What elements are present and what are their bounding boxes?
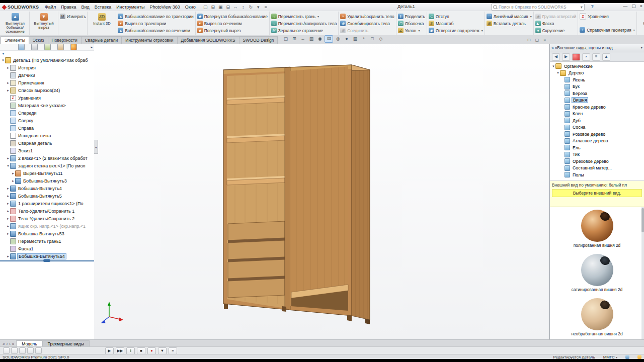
rollback-bar[interactable] [0,260,94,261]
ribbon-combine-bodies[interactable]: ⊕Скомбинировать тела [340,20,394,27]
expand-icon[interactable]: ▸ [6,88,10,93]
zoom-fit-icon[interactable]: ▢ [282,36,289,42]
feature-tree-item[interactable]: Сварная деталь [0,139,94,147]
cabinet-front[interactable] [223,65,352,316]
feature-tree-item[interactable]: ▸Бобышка-Вытянуть4 [0,185,94,192]
feature-tree-item[interactable]: Материал <не указан> [0,102,94,109]
ribbon-split[interactable]: ‖Разделить [398,13,425,20]
doc-minimize-button[interactable]: ⊟ [527,38,531,42]
tab-Элементы[interactable]: Элементы [1,36,29,44]
tab-Добавления SOLIDWORKS[interactable]: Добавления SOLIDWORKS [177,36,239,44]
graphics-area[interactable] [94,44,550,339]
view-settings-icon[interactable]: * [360,36,367,42]
appearance-item[interactable]: Дуб [550,117,644,124]
expand-icon[interactable]: ▸ [6,81,10,85]
dropdown-icon[interactable]: ▾ [530,15,532,18]
ribbon-swept-cut[interactable]: ▼Вырез по траектории [118,20,193,27]
apply-scene-icon[interactable]: ▧ [351,36,359,42]
new-document-icon[interactable]: ▢ [202,5,209,10]
appearance-item[interactable]: Полы [550,171,644,178]
appearance-thumbnail[interactable]: необработанная вишня 2d [550,298,644,339]
expand-icon[interactable]: ▾ [551,64,555,68]
expand-icon[interactable]: ▸ [6,202,10,206]
feature-tree-item[interactable]: ΣУравнения [0,94,94,102]
feature-tree-item[interactable]: ▾Деталь1 (По умолчанию<Как обраб [0,56,94,64]
feature-tree-item[interactable]: ▸ящик скр. напр.<1> (скр.напр.<1 [0,222,94,230]
fast-forward-icon[interactable]: ▶▶ [116,347,124,354]
view-orientation-icon[interactable]: ◇ [377,36,384,42]
appearance-item[interactable]: Сосна [550,124,644,131]
feature-tree-item[interactable]: Справа [0,124,94,132]
ribbon-indent[interactable]: ⊂Отступ [429,13,483,20]
options-icon[interactable]: ≡ [263,5,269,10]
tray-icon-5[interactable] [35,347,42,354]
appearance-item[interactable]: Розовое дерево [550,131,644,138]
cabinet-right-side[interactable] [352,65,370,320]
feature-tree-item[interactable]: ▸2 вязки<1> (2 вязки<Как обработ [0,154,94,162]
panel-splitter-handle[interactable]: ◂ [94,140,98,154]
select-icon[interactable]: ▾ [255,5,262,10]
ribbon-loft-cut[interactable]: ▼Вырез по сечениям [197,20,268,27]
appearance-item[interactable]: ▾Органические [550,63,644,70]
feature-tree-item[interactable]: ▾задняя стенка вкл.<1> [По умол [0,162,94,169]
status-icon-a[interactable] [625,355,629,359]
appearance-thumbnail[interactable]: полированная вишня 2d [550,210,644,254]
tab-Инструменты отрисовки[interactable]: Инструменты отрисовки [121,36,177,44]
feature-tree-item[interactable]: ▸История [0,64,94,71]
feature-tree-item[interactable]: Фаска1 [0,245,94,252]
help-search-input[interactable]: Поиск в Справке по SOLIDWORKS ▾ [491,4,585,11]
menu-Окно[interactable]: Окно [183,5,198,10]
configurationmanager-tab[interactable] [44,44,51,50]
ribbon-scale[interactable]: SМасштаб [429,20,483,27]
feature-tree-item[interactable]: Исходная точка [0,132,94,139]
ribbon-join[interactable]: ⊞Соединить [340,27,394,34]
expand-icon[interactable]: ▸ [6,187,10,191]
ribbon-curves[interactable]: ~Кривые▾ [638,12,644,36]
propertymanager-tab[interactable] [31,44,38,50]
appearance-item[interactable]: Составной матер... [550,165,644,172]
doc-restore-button[interactable]: ▢ [535,38,539,42]
ribbon-swept-boss[interactable]: ▲Бобышка/основание по траектории [118,13,193,20]
dropdown-icon[interactable]: ▾ [317,15,319,18]
feature-tree-item[interactable]: ▸Вырез-Вытянуть11 [0,169,94,177]
up-level-icon[interactable]: ▲ [602,53,610,61]
feature-tree-item[interactable]: Переместить грань1 [0,237,94,245]
open-icon[interactable]: ⊞ [210,5,216,10]
feature-tree-item[interactable]: ▸Примечания [0,79,94,86]
dropdown-icon[interactable]: ▾ [481,29,483,32]
ribbon-shell[interactable]: ▢Оболочка [398,20,425,27]
ribbon-hole-wizard[interactable]: ◉Отверстие под крепеж▾ [429,27,483,34]
expand-icon[interactable]: ▸ [6,156,10,160]
appearance-item[interactable]: Красное дерево [550,104,644,111]
ribbon-move-face[interactable]: →Переместить грань▾ [271,13,337,20]
feature-tree-item[interactable]: ▸1 расширители ящиков<1> (По [0,200,94,207]
options-icon[interactable]: ≡ [592,53,600,61]
expand-icon[interactable]: ▸ [6,209,10,213]
expand-icon[interactable]: ▸ [6,254,10,258]
expand-icon[interactable]: ▾ [6,164,10,168]
save-animation-icon[interactable]: ▼ [158,347,167,354]
appearances-sphere-icon[interactable]: ● [572,53,580,61]
tab-SWOOD Design[interactable]: SWOOD Design [239,36,278,44]
rebuild-icon[interactable]: ↻ [248,5,254,10]
tab-Поверхности[interactable]: Поверхности [48,36,82,44]
ribbon-revolve-boss[interactable]: ◆Повернутая бобышка/основание [197,13,268,20]
tray-icon-4[interactable] [27,347,34,354]
ribbon-hole-series[interactable]: ◉Группа отверстий [535,13,577,20]
expand-icon[interactable]: ▾ [556,71,560,75]
featuremanager-tab[interactable] [18,44,25,50]
last-tab-icon[interactable]: » [12,342,14,346]
display-style-icon[interactable]: ▤ [325,35,333,43]
forward-icon[interactable]: ▶ [562,53,570,61]
tab-Эскиз[interactable]: Эскиз [29,36,48,44]
tab-Сварные детали[interactable]: Сварные детали [81,36,122,44]
expand-icon[interactable]: ▾ [1,58,5,62]
feature-tree-item[interactable]: ▸Бобышка-Вытянуть54 [0,252,94,260]
ribbon-chamfer[interactable]: ◣Фаска [535,20,577,27]
menu-Файл[interactable]: Файл [42,5,58,10]
ribbon-delete-body[interactable]: ×Удалить/сохранить тело [340,13,394,20]
feature-tree-item[interactable]: ▸Бобышка-Вытянуть53 [0,230,94,237]
displaymanager-tab[interactable] [70,44,77,50]
close-button[interactable]: × [640,4,642,9]
help-icon[interactable]: ? [591,4,594,9]
